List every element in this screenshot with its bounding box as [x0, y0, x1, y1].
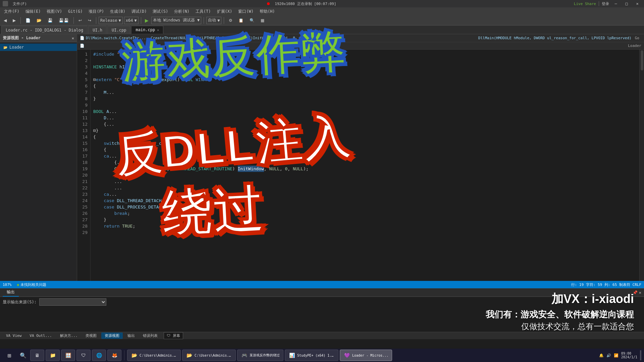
- status-bar: 107% ● 未找到相关问题 行: 19 字符: 59 列: 65 制表符 CR…: [0, 281, 644, 288]
- minimize-btn[interactable]: —: [612, 1, 620, 6]
- menu-tools[interactable]: 工具(T): [193, 8, 214, 15]
- taskbar-icon-security: 🛡: [80, 352, 87, 359]
- bottom-tabs: VA View VA Outl... 解决方... 类视图 资源视图 输出 错误…: [0, 332, 644, 339]
- code-line-29: [93, 229, 637, 236]
- tab-maincpp-close[interactable]: ✕: [157, 28, 159, 32]
- code-area[interactable]: 12345 678910 1112131415 1617181920 21222…: [77, 50, 644, 281]
- release-label: Release: [100, 18, 117, 23]
- toolbar-extra4[interactable]: ▦: [258, 17, 267, 24]
- menu-ext[interactable]: 扩展(X): [214, 8, 235, 15]
- bottom-tab-va-outl[interactable]: VA Outl...: [26, 333, 55, 339]
- output-pin[interactable]: 📌: [633, 290, 638, 295]
- toolbar-save-all[interactable]: 💾💾: [56, 17, 71, 24]
- code-line-5: ⊟extern "C" __declspec(dllexport) BOOL W…: [93, 76, 637, 83]
- bc-part2: CreateThread(NULL, 0, (LPTHREAD_START_RO…: [151, 36, 311, 40]
- taskbar-game-label: 某游戏反作弊的绕过: [250, 353, 280, 358]
- menu-wen[interactable]: 文件(F): [1, 8, 22, 15]
- bottom-tab-class[interactable]: 类视图: [82, 333, 100, 339]
- toolbar-save[interactable]: 💾: [45, 17, 55, 24]
- bottom-tab-va-view[interactable]: VA View: [3, 333, 25, 339]
- taskbar-folder1[interactable]: 📂 C:\Users\Adminis...: [127, 350, 181, 361]
- tree-label-loader: Loader: [9, 45, 24, 50]
- sidebar-title: 资源视图 - Loader: [3, 35, 41, 41]
- status-cursor: 行: 19 字符: 59 列: 65 制表符 CRLF: [571, 282, 641, 287]
- toolbar-redo[interactable]: ↪: [86, 17, 94, 24]
- menu-help[interactable]: 帮助(H): [257, 8, 278, 15]
- release-dropdown[interactable]: Release ▼: [99, 17, 123, 24]
- taskbar-studype[interactable]: 📊 StudyPE+ (x64) 1...: [285, 350, 338, 361]
- toolbar-open[interactable]: 📂: [34, 17, 44, 24]
- menu-analyze[interactable]: 分析(N): [171, 8, 192, 15]
- menu-git[interactable]: Git(G): [65, 8, 85, 14]
- bc-collapse-btn[interactable]: 全部折叠: [316, 35, 334, 41]
- login-btn[interactable]: 登录: [602, 1, 609, 6]
- arch-dropdown[interactable]: x64 ▼: [124, 17, 139, 24]
- auto-dropdown[interactable]: 自动 ▼: [206, 17, 221, 24]
- menu-edit[interactable]: 编辑(E): [23, 8, 44, 15]
- sidebar-controls[interactable]: ✕: [72, 36, 74, 41]
- taskbar-show-desktop[interactable]: [640, 350, 641, 360]
- output-source-label: 显示输出来源(S):: [3, 299, 37, 305]
- output-tab-active[interactable]: 输出: [3, 289, 19, 297]
- code-line-18: {...: [93, 159, 637, 166]
- menu-window[interactable]: 窗口(W): [235, 8, 256, 15]
- taskbar-volume[interactable]: 🔊: [606, 353, 611, 358]
- tab-loaderrc-label: Loader.rc - IDD_DIALOG1 - Dialog: [6, 28, 83, 33]
- taskbar-network[interactable]: 📶: [614, 353, 619, 358]
- tree-item-loader[interactable]: 📂 Loader: [0, 44, 77, 51]
- toolbar-sep-2: [73, 17, 74, 24]
- editor-scrollbar[interactable]: [639, 50, 644, 281]
- taskbar-vs[interactable]: 💜 Loader - Micros...: [340, 350, 392, 361]
- tab-maincpp[interactable]: main.cpp ✕: [131, 26, 163, 34]
- taskbar-desktop[interactable]: 🖥: [30, 350, 44, 361]
- bottom-tab-solution[interactable]: 解决方...: [57, 333, 81, 339]
- debug-target-dropdown[interactable]: 本地 Windows 调试器 ▼: [151, 17, 201, 24]
- maximize-btn[interactable]: □: [623, 1, 631, 6]
- status-bar-item[interactable]: 🛡 屏幕: [164, 332, 183, 339]
- menu-build[interactable]: 生成(B): [107, 8, 128, 15]
- code-line-12: {...: [93, 121, 637, 127]
- close-btn[interactable]: ✕: [633, 1, 641, 6]
- search-button[interactable]: 🔍: [17, 350, 29, 361]
- menu-file[interactable]: 文件(F): [10, 1, 30, 7]
- taskbar-folder2[interactable]: 📂 C:\Users\Adminis...: [182, 350, 236, 361]
- tab-uicpp[interactable]: UI.cpp: [107, 26, 130, 34]
- dropdown-arrow: ▼: [119, 18, 121, 23]
- taskbar-icon-folder1: 📂: [131, 352, 138, 359]
- recording-dot: [267, 2, 270, 5]
- taskbar-store[interactable]: 🪟: [61, 350, 75, 361]
- toolbar-extra2[interactable]: 📋: [236, 17, 246, 24]
- cursor-position: 行: 19 字符: 59 列: 65 制表符 CRLF: [571, 282, 641, 287]
- toolbar-extra1[interactable]: ⚙: [226, 17, 235, 24]
- bottom-tab-resource[interactable]: 资源视图: [101, 333, 123, 339]
- bottom-tab-output[interactable]: 输出: [124, 333, 138, 339]
- dropdown-arrow-2: ▼: [135, 18, 137, 23]
- menu-view[interactable]: 视图(V): [44, 8, 65, 15]
- output-close[interactable]: ✕: [639, 290, 641, 295]
- start-button[interactable]: ⊞: [3, 350, 16, 361]
- taskbar-explorer[interactable]: 📁: [46, 350, 60, 361]
- toolbar-new[interactable]: 📄: [23, 17, 33, 24]
- bc-nav-btn[interactable]: Go: [633, 36, 641, 41]
- toolbar-sep-3: [96, 17, 96, 24]
- toolbar-back[interactable]: ◀: [1, 17, 9, 24]
- taskbar-edge[interactable]: 🌐: [92, 350, 106, 361]
- output-source-select[interactable]: [39, 298, 106, 306]
- code-editor[interactable]: #include "UI.h" HINSTANCE hInst; ⊟extern…: [91, 50, 639, 281]
- live-share-btn[interactable]: Live Share: [574, 2, 596, 6]
- scroll-thumb[interactable]: [641, 50, 643, 70]
- tab-uih[interactable]: UI.h: [88, 26, 107, 34]
- toolbar-extra3[interactable]: 🔍: [247, 17, 257, 24]
- play-btn[interactable]: ▶: [144, 18, 150, 23]
- taskbar-game[interactable]: 🎮 某游戏反作弊的绕过: [237, 350, 283, 361]
- taskbar-firefox[interactable]: 🦊: [107, 350, 121, 361]
- menu-test[interactable]: 测试(S): [150, 8, 171, 15]
- tab-loaderrc[interactable]: Loader.rc - IDD_DIALOG1 - Dialog: [1, 26, 88, 34]
- bc-sep2: ›: [312, 36, 314, 40]
- bottom-tab-errors[interactable]: 错误列表: [140, 333, 161, 339]
- menu-debug[interactable]: 调试(D): [129, 8, 150, 15]
- menu-project[interactable]: 项目(P): [86, 8, 107, 15]
- toolbar-forward[interactable]: ▶: [10, 17, 18, 24]
- toolbar-undo[interactable]: ↩: [76, 17, 84, 24]
- taskbar-security[interactable]: 🛡: [76, 350, 91, 361]
